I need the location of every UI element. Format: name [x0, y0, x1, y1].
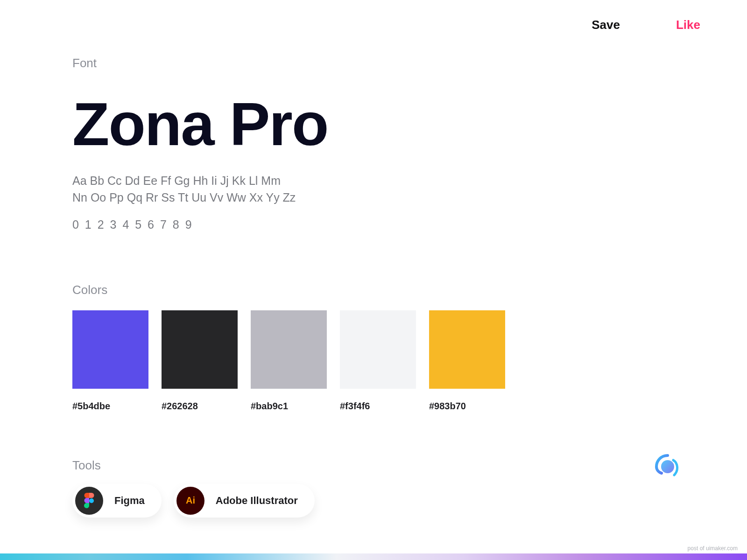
- color-swatch: [429, 310, 505, 389]
- save-button[interactable]: Save: [592, 18, 620, 32]
- tool-figma: Figma: [72, 484, 162, 518]
- specimen-numbers: 0 1 2 3 4 5 6 7 8 9: [72, 218, 586, 231]
- watermark: post of uimaker.com: [688, 545, 738, 552]
- tool-label: Adobe Illustrator: [216, 495, 298, 507]
- swatch-hex: #5b4dbe: [72, 401, 148, 412]
- font-title: Zona Pro: [72, 89, 586, 159]
- tools-section-label: Tools: [72, 458, 586, 473]
- tool-label: Figma: [114, 495, 145, 507]
- swatch-row: #5b4dbe #262628 #bab9c1 #f3f4f6 #983b70: [72, 310, 586, 412]
- figma-icon: [75, 487, 103, 515]
- color-swatch: [251, 310, 327, 389]
- color-swatch: [340, 310, 416, 389]
- swatch-item: #983b70: [429, 310, 505, 412]
- color-swatch: [162, 310, 238, 389]
- swatch-item: #5b4dbe: [72, 310, 148, 412]
- color-swatch: [72, 310, 148, 389]
- swatch-hex: #983b70: [429, 401, 505, 412]
- tool-illustrator: Ai Adobe Illustrator: [174, 484, 315, 518]
- colors-section-label: Colors: [72, 283, 586, 297]
- swatch-hex: #f3f4f6: [340, 401, 416, 412]
- like-button[interactable]: Like: [676, 18, 700, 32]
- svg-point-2: [661, 460, 674, 473]
- brand-logo-icon: [654, 453, 682, 481]
- specimen-line-1: Aa Bb Cc Dd Ee Ff Gg Hh Ii Jj Kk Ll Mm: [72, 172, 586, 189]
- specimen: Aa Bb Cc Dd Ee Ff Gg Hh Ii Jj Kk Ll Mm N…: [72, 172, 586, 206]
- svg-text:Ai: Ai: [186, 495, 195, 505]
- svg-point-0: [89, 498, 94, 503]
- swatch-item: #bab9c1: [251, 310, 327, 412]
- swatch-hex: #bab9c1: [251, 401, 327, 412]
- font-section-label: Font: [72, 56, 586, 70]
- illustrator-icon: Ai: [176, 487, 204, 515]
- swatch-hex: #262628: [162, 401, 238, 412]
- footer-gradient: [0, 553, 747, 560]
- specimen-line-2: Nn Oo Pp Qq Rr Ss Tt Uu Vv Ww Xx Yy Zz: [72, 189, 586, 206]
- swatch-item: #262628: [162, 310, 238, 412]
- swatch-item: #f3f4f6: [340, 310, 416, 412]
